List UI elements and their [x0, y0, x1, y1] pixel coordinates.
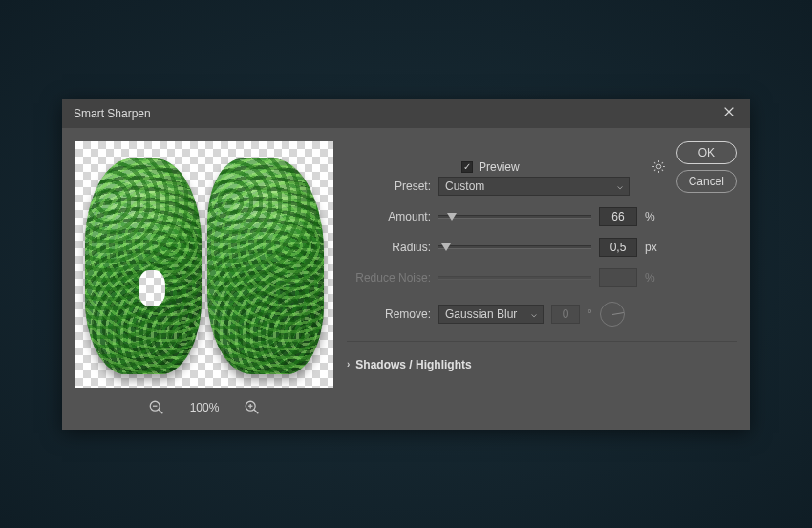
remove-angle-input: [551, 305, 580, 324]
reduce-noise-label: Reduce Noise:: [347, 271, 431, 285]
amount-input[interactable]: [599, 207, 637, 226]
slider-thumb[interactable]: [441, 243, 451, 251]
checkmark-icon: ✓: [461, 161, 473, 173]
preset-label: Preset:: [347, 180, 431, 193]
preset-value: Custom: [445, 180, 484, 193]
slider-thumb[interactable]: [447, 213, 457, 221]
remove-value: Gaussian Blur: [445, 307, 517, 321]
chevron-down-icon: ⌵: [531, 308, 537, 319]
amount-unit: %: [645, 210, 662, 223]
zoom-in-icon[interactable]: [244, 399, 261, 416]
reduce-noise-input: [599, 268, 637, 287]
shadows-highlights-section[interactable]: › Shadows / Highlights: [347, 358, 737, 371]
chevron-right-icon: ›: [347, 359, 350, 370]
preview-checkbox[interactable]: ✓ Preview: [461, 160, 520, 174]
amount-label: Amount:: [347, 210, 431, 223]
zoom-level: 100%: [190, 401, 220, 414]
preview-panel: 100%: [75, 141, 333, 416]
svg-line-12: [654, 162, 655, 163]
radius-unit: px: [645, 241, 662, 254]
remove-label: Remove:: [347, 307, 431, 321]
svg-line-14: [654, 169, 655, 170]
svg-point-7: [656, 164, 661, 169]
radius-label: Radius:: [347, 241, 431, 254]
reduce-noise-unit: %: [645, 271, 662, 285]
angle-dial[interactable]: [600, 302, 625, 327]
degree-symbol: °: [588, 307, 592, 321]
preview-checkbox-label: Preview: [479, 160, 520, 174]
zoom-out-icon[interactable]: [148, 399, 165, 416]
amount-slider[interactable]: [438, 215, 591, 219]
preview-image[interactable]: [75, 141, 333, 388]
close-icon[interactable]: [719, 105, 738, 122]
ok-button[interactable]: OK: [676, 141, 737, 164]
divider: [347, 341, 737, 342]
dialog-title: Smart Sharpen: [74, 107, 151, 120]
reduce-noise-slider: [438, 276, 591, 280]
svg-line-4: [254, 409, 259, 413]
section-label: Shadows / Highlights: [355, 358, 471, 371]
chevron-down-icon: ⌵: [617, 180, 623, 191]
svg-line-15: [661, 162, 662, 163]
remove-select[interactable]: Gaussian Blur ⌵: [438, 305, 544, 324]
radius-slider[interactable]: [438, 245, 591, 249]
svg-line-13: [661, 169, 662, 170]
radius-input[interactable]: [599, 238, 637, 257]
svg-line-1: [158, 409, 162, 413]
smart-sharpen-dialog: Smart Sharpen 100%: [62, 99, 750, 430]
titlebar[interactable]: Smart Sharpen: [62, 99, 750, 128]
gear-icon[interactable]: [652, 159, 667, 175]
preset-select[interactable]: Custom ⌵: [438, 177, 630, 196]
